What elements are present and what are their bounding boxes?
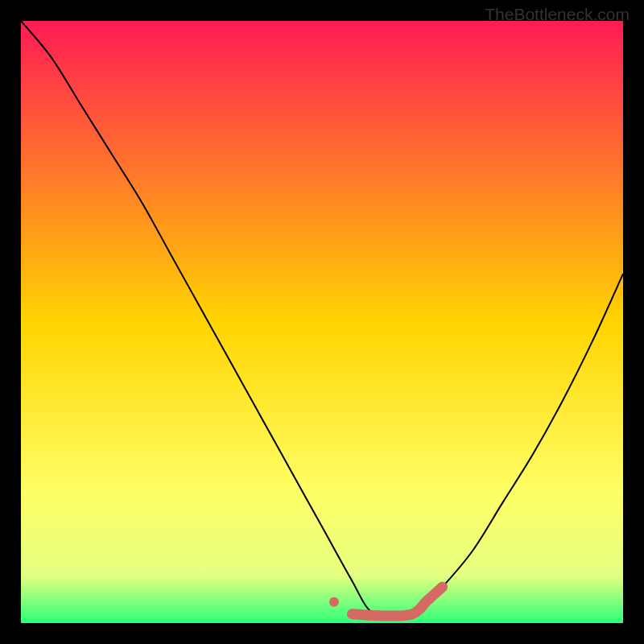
- chart-container: TheBottleneck.com: [0, 0, 644, 644]
- gradient-background: [21, 21, 623, 623]
- bottleneck-chart: [21, 21, 623, 623]
- optimal-dot: [329, 597, 339, 607]
- plot-area: [21, 21, 623, 623]
